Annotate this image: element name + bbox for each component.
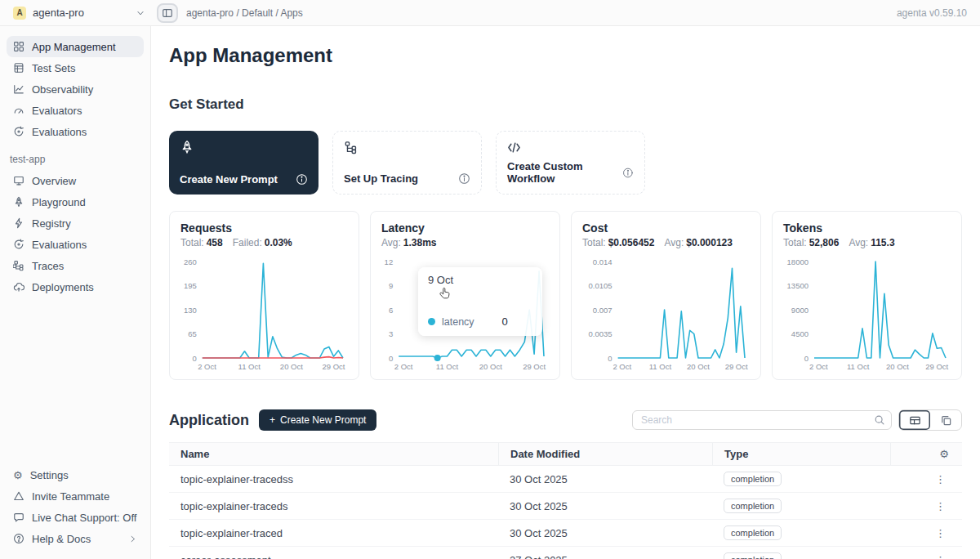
- application-header: Application + Create New Prompt: [169, 409, 962, 431]
- svg-text:11 Oct: 11 Oct: [847, 362, 870, 371]
- svg-text:2 Oct: 2 Oct: [198, 362, 216, 371]
- svg-text:195: 195: [184, 281, 197, 290]
- top-bar: A agenta-pro agenta-pro / Default / Apps…: [0, 0, 980, 26]
- chart-title: Latency: [381, 221, 549, 235]
- search-icon[interactable]: [874, 414, 885, 426]
- get-started-title: Get Started: [169, 96, 962, 113]
- chart-stats: Total:458 Failed:0.03%: [180, 237, 348, 248]
- application-title: Application: [169, 412, 249, 429]
- sidebar-item-evaluations[interactable]: Evaluations: [7, 121, 144, 142]
- sidebar-item-settings[interactable]: ⚙ Settings: [7, 464, 144, 485]
- set-up-tracing-card[interactable]: Set Up Tracing: [332, 131, 482, 195]
- tooltip-series-label: latency: [442, 316, 474, 328]
- table-view-button[interactable]: [899, 410, 930, 430]
- gear-icon[interactable]: ⚙: [939, 449, 949, 459]
- tooltip-value: 0: [502, 315, 508, 328]
- chart-title: Requests: [180, 221, 348, 235]
- svg-text:11 Oct: 11 Oct: [649, 362, 672, 371]
- table-row[interactable]: topic-explainer-traceds 30 Oct 2025 comp…: [169, 493, 962, 520]
- sidebar: App Management Test Sets Observability E…: [0, 26, 151, 559]
- kebab-menu-icon[interactable]: ⋮: [933, 472, 947, 486]
- svg-text:0: 0: [608, 354, 612, 363]
- column-date-modified[interactable]: Date Modified: [498, 443, 712, 465]
- kebab-menu-icon[interactable]: ⋮: [933, 499, 947, 513]
- type-badge: completion: [724, 525, 782, 540]
- svg-text:11 Oct: 11 Oct: [436, 362, 459, 371]
- cost-card: Cost Total:$0.056452 Avg:$0.000123 00.00…: [571, 211, 761, 380]
- create-new-prompt-button[interactable]: + Create New Prompt: [259, 409, 376, 431]
- search-input[interactable]: [632, 410, 892, 430]
- svg-text:3: 3: [389, 329, 393, 338]
- chart-stats: Total:$0.056452 Avg:$0.000123: [582, 237, 750, 248]
- card-view-icon: [940, 414, 952, 427]
- code-icon: [507, 141, 521, 154]
- cost-chart[interactable]: 00.00350.0070.01050.0142 Oct11 Oct20 Oct…: [582, 255, 751, 374]
- sidebar-item-evaluators[interactable]: Evaluators: [7, 100, 144, 121]
- sidebar-item-live-chat-support[interactable]: Live Chat Support: Off: [7, 507, 144, 528]
- chart-tooltip: 9 Oct latency 0: [418, 267, 542, 336]
- metrics-cards: Requests Total:458 Failed:0.03% 06513019…: [169, 211, 962, 380]
- requests-chart[interactable]: 0651301952602 Oct11 Oct20 Oct29 Oct: [180, 255, 350, 374]
- workspace-selector[interactable]: A agenta-pro: [13, 7, 145, 20]
- app-name: topic-explainer-traceds: [169, 500, 498, 512]
- info-icon[interactable]: [296, 173, 308, 186]
- sidebar-item-observability[interactable]: Observability: [7, 78, 144, 100]
- panel-left-icon: [162, 7, 173, 19]
- app-date: 27 Oct 2025: [498, 554, 712, 559]
- tokens-chart[interactable]: 04500900013500180002 Oct11 Oct20 Oct29 O…: [783, 255, 952, 374]
- table-row[interactable]: topic-explainer-traced 30 Oct 2025 compl…: [169, 520, 962, 547]
- svg-text:13500: 13500: [787, 281, 808, 290]
- create-new-prompt-card[interactable]: Create New Prompt: [169, 131, 318, 195]
- sidebar-item-invite-teammate[interactable]: Invite Teammate: [7, 485, 144, 507]
- observability-icon: [13, 83, 24, 95]
- svg-text:2 Oct: 2 Oct: [809, 362, 828, 371]
- svg-text:29 Oct: 29 Oct: [725, 362, 748, 371]
- search-box: [632, 410, 892, 430]
- sidebar-item-deployments[interactable]: Deployments: [7, 276, 144, 297]
- table-row[interactable]: topic-explainer-tracedss 30 Oct 2025 com…: [169, 466, 962, 493]
- sidebar-item-app-management[interactable]: App Management: [7, 36, 144, 57]
- plus-icon: +: [270, 414, 275, 426]
- app-date: 30 Oct 2025: [498, 500, 712, 512]
- sidebar-item-help-docs[interactable]: Help & Docs: [7, 528, 144, 549]
- evaluations-icon: [13, 126, 24, 137]
- sidebar-item-registry[interactable]: Registry: [7, 212, 144, 234]
- svg-text:29 Oct: 29 Oct: [323, 362, 345, 371]
- app-name: topic-explainer-traced: [169, 527, 498, 539]
- latency-card: Latency Avg:1.38ms 0369122 Oct11 Oct20 O…: [370, 211, 560, 380]
- requests-card: Requests Total:458 Failed:0.03% 06513019…: [169, 211, 359, 380]
- chevron-down-icon: [136, 8, 145, 18]
- cursor-icon: [438, 287, 452, 301]
- type-badge: completion: [724, 552, 782, 559]
- sidebar-item-overview[interactable]: Overview: [7, 170, 144, 191]
- kebab-menu-icon[interactable]: ⋮: [933, 553, 947, 559]
- table-row[interactable]: career-assessment 27 Oct 2025 completion…: [169, 547, 962, 559]
- svg-text:29 Oct: 29 Oct: [523, 362, 546, 371]
- chart-stats: Avg:1.38ms: [381, 237, 549, 248]
- info-icon[interactable]: [622, 167, 634, 179]
- app-name: career-assessment: [169, 554, 498, 559]
- sidebar-item-traces[interactable]: Traces: [7, 255, 144, 276]
- column-type[interactable]: Type: [712, 443, 890, 465]
- column-name[interactable]: Name: [169, 443, 498, 465]
- sidebar-item-test-sets[interactable]: Test Sets: [7, 57, 144, 78]
- rocket-icon: [180, 140, 194, 154]
- grid-icon: [13, 41, 24, 52]
- svg-text:2 Oct: 2 Oct: [394, 362, 413, 371]
- series-dot: [428, 318, 435, 325]
- svg-text:20 Oct: 20 Oct: [280, 362, 303, 371]
- create-custom-workflow-card[interactable]: Create Custom Workflow: [496, 131, 645, 195]
- main-content: App Management Get Started Create New Pr…: [151, 26, 980, 559]
- info-icon[interactable]: [458, 172, 470, 185]
- card-view-button[interactable]: [930, 410, 961, 430]
- svg-text:0.014: 0.014: [593, 257, 612, 266]
- svg-text:2 Oct: 2 Oct: [612, 362, 631, 371]
- sidebar-toggle-button[interactable]: [157, 3, 178, 23]
- sidebar-item-evaluations-app[interactable]: Evaluations: [7, 234, 144, 255]
- svg-text:9: 9: [389, 281, 393, 290]
- svg-text:11 Oct: 11 Oct: [238, 362, 261, 371]
- table-view-icon: [909, 414, 921, 427]
- kebab-menu-icon[interactable]: ⋮: [933, 526, 947, 540]
- tokens-card: Tokens Total:52,806 Avg:115.3 0450090001…: [772, 211, 962, 380]
- sidebar-item-playground[interactable]: Playground: [7, 191, 144, 212]
